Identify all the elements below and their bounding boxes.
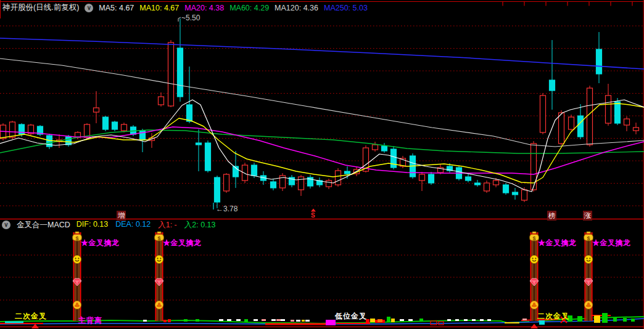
stock-title: 神开股份(日线.前复权): [2, 2, 79, 13]
indicator-name: 金叉合一MACD: [17, 220, 70, 230]
watermark-char: 增: [117, 211, 126, 221]
candle: [242, 163, 248, 183]
candle: [112, 121, 118, 131]
svg-text:$: $: [587, 235, 590, 242]
candle: [624, 116, 630, 131]
gold-ingot-icon: [155, 301, 163, 309]
candle: [326, 179, 332, 189]
smiley-icon: [585, 256, 593, 264]
legend-item: 入1: -: [158, 220, 177, 230]
candle: [336, 168, 341, 187]
candle: [513, 188, 518, 200]
candle: [122, 123, 127, 132]
svg-text:$: $: [75, 235, 78, 242]
candle: [308, 175, 313, 189]
ma-legend: MA5: 4.67MA10: 4.67MA20: 4.38MA60: 4.29M…: [99, 4, 368, 12]
golden-cross-dragon-label: ★金叉擒龙: [538, 238, 577, 248]
golden-cross-dragon-label: ★金叉擒龙: [163, 238, 202, 248]
up-triangle-marker: [31, 324, 39, 329]
candle: [391, 146, 397, 169]
candle: [466, 174, 471, 182]
golden-cross-dragon-label: ★金叉擒龙: [81, 238, 120, 248]
candle: [587, 86, 593, 147]
candle: [373, 142, 378, 152]
gold-ingot-icon: [73, 301, 81, 309]
candle: [578, 104, 584, 139]
candle: [475, 180, 481, 187]
ma-line-MA120: [0, 59, 644, 147]
candle: [484, 181, 490, 193]
candlesticks: [1, 18, 639, 208]
app-window: $$$$ 神开股份(日线.前复权) ∨ MA5: 4.67MA10: 4.67M…: [0, 0, 644, 329]
candle: [196, 129, 202, 171]
candle: [38, 125, 43, 136]
chevron-down-icon[interactable]: ∨: [85, 4, 93, 12]
main-chart-header: 神开股份(日线.前复权) ∨ MA5: 4.67MA10: 4.67MA20: …: [2, 2, 368, 13]
candle: [419, 172, 425, 191]
candle: [299, 175, 304, 196]
candle: [224, 173, 229, 193]
candle: [382, 143, 387, 153]
candle: [159, 92, 164, 107]
legend-item: MA10: 4.67: [139, 4, 179, 12]
candle: [149, 133, 155, 148]
candle: [606, 84, 611, 126]
ma-line-MA250: [0, 38, 644, 69]
candle: [28, 124, 34, 136]
smiley-icon: [530, 256, 539, 264]
candle: [569, 115, 574, 131]
chart-canvas[interactable]: $$$$: [0, 0, 644, 329]
candle: [429, 172, 434, 185]
candle: [103, 116, 109, 131]
candle: [168, 40, 174, 107]
candle: [280, 173, 286, 191]
candle: [215, 176, 220, 208]
window-frame: [0, 0, 644, 329]
candle: [47, 134, 52, 149]
golden-cross-dragon-label: ★金叉擒龙: [592, 238, 631, 248]
ma-line-MA60: [0, 130, 644, 153]
legend-item: MA5: 4.67: [99, 4, 134, 12]
high-price-label: ~5.50: [181, 14, 200, 22]
legend-item: 入2: 0.13: [184, 220, 216, 230]
candle: [540, 93, 546, 134]
ma-lines: [0, 38, 644, 192]
signal-text: 主背离: [78, 315, 102, 326]
candle: [94, 91, 99, 123]
indicator-header: ∨ 金叉合一MACD DIF: 0.13DEA: 0.12入1: -入2: 0.…: [2, 220, 216, 230]
chevron-down-icon[interactable]: ∨: [2, 221, 10, 229]
candle: [503, 183, 509, 195]
svg-text:$: $: [532, 235, 535, 242]
watermark-char: 涨: [583, 211, 592, 221]
low-price-label: ←3.78: [216, 205, 237, 213]
indicator-legend: DIF: 0.13DEA: 0.12入1: -入2: 0.13: [76, 220, 216, 230]
legend-item: MA20: 4.38: [184, 4, 224, 12]
signal-text: 二次金叉: [15, 311, 47, 322]
gridlines: [0, 26, 644, 300]
candle: [178, 18, 183, 102]
smiley-icon: [73, 256, 81, 264]
ma-line-MA20: [0, 127, 644, 174]
gold-ingot-icon: [585, 301, 593, 309]
candle: [531, 141, 537, 192]
s-signal-label: S: [311, 212, 315, 219]
candle: [597, 32, 602, 83]
legend-item: DIF: 0.13: [76, 220, 108, 230]
s-signal-triangle: [311, 209, 316, 212]
candle: [271, 179, 276, 190]
smiley-icon: [155, 256, 163, 264]
ma-line-MA10: [0, 104, 644, 183]
legend-item: MA60: 4.29: [229, 4, 269, 12]
signal-text: 二次金叉: [537, 311, 569, 322]
legend-item: MA120: 4.36: [275, 4, 318, 12]
candle: [615, 98, 621, 125]
candle: [289, 175, 295, 187]
candle: [634, 123, 639, 134]
svg-text:$: $: [157, 235, 160, 242]
legend-item: MA250: 5.03: [324, 4, 368, 12]
candle: [205, 140, 211, 173]
candle: [550, 40, 555, 110]
candle: [187, 67, 192, 123]
candle: [317, 177, 323, 187]
legend-item: DEA: 0.12: [115, 220, 151, 230]
